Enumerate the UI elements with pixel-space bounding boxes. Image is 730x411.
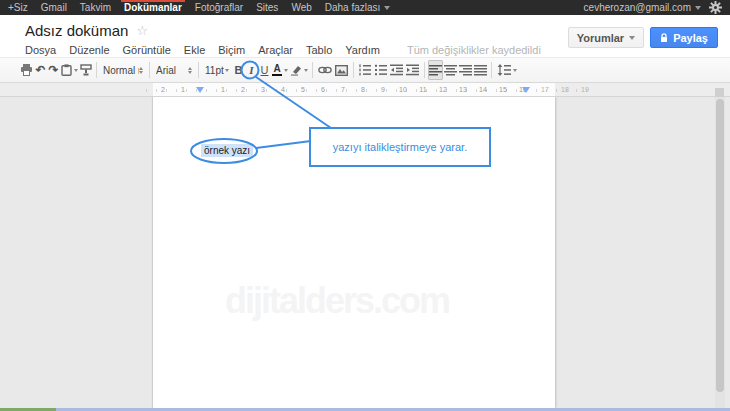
highlighter-icon — [290, 64, 302, 76]
paragraph-style-dropdown[interactable]: Normal m... — [100, 60, 146, 80]
numbered-list-button[interactable] — [357, 60, 373, 80]
align-justify-button[interactable] — [473, 60, 488, 80]
left-indent-marker[interactable] — [196, 87, 204, 93]
font-family-dropdown[interactable]: Arial — [153, 60, 195, 80]
underline-button[interactable]: U — [258, 60, 271, 80]
italic-icon: I — [249, 64, 253, 76]
menu-tablo[interactable]: Tablo — [306, 44, 332, 56]
share-label: Paylaş — [673, 32, 708, 44]
font-size-dropdown[interactable]: 11pt — [202, 60, 232, 80]
align-center-button[interactable] — [443, 60, 458, 80]
comments-label: Yorumlar — [577, 32, 624, 44]
line-spacing-button[interactable] — [495, 60, 519, 80]
topbar-item-takvim[interactable]: Takvim — [80, 0, 111, 15]
menu-duzenle[interactable]: Düzenle — [69, 44, 109, 56]
google-docs-window: +Siz Gmail Takvim Dokümanlar Fotoğraflar… — [0, 0, 730, 411]
redo-button[interactable]: ↷ — [47, 60, 60, 80]
menu-yardim[interactable]: Yardım — [345, 44, 380, 56]
paint-format-button[interactable] — [79, 60, 93, 80]
insert-image-button[interactable] — [333, 60, 350, 80]
chevron-down-icon — [225, 69, 229, 72]
ruler-number: 8 — [361, 86, 365, 93]
selected-sample-text[interactable]: örnek yazı — [201, 144, 253, 157]
bulleted-list-icon — [374, 64, 388, 76]
indent-icon — [406, 64, 420, 76]
menu-ekle[interactable]: Ekle — [184, 44, 205, 56]
topbar-item-fotograflar[interactable]: Fotoğraflar — [195, 0, 243, 15]
text-color-icon: A — [272, 64, 282, 76]
settings-gear-button[interactable] — [709, 1, 722, 14]
line-spacing-icon — [497, 64, 511, 76]
ruler-number: 7 — [341, 86, 345, 93]
ruler-number: 12 — [439, 86, 447, 93]
decrease-indent-button[interactable] — [389, 60, 405, 80]
ruler-number: 11 — [419, 86, 426, 93]
bold-button[interactable]: B — [232, 60, 245, 80]
ruler-number: 9 — [381, 86, 385, 93]
comments-button[interactable]: Yorumlar — [568, 27, 644, 48]
right-indent-marker[interactable] — [522, 87, 530, 93]
topbar-item-gmail[interactable]: Gmail — [41, 0, 67, 15]
account-menu[interactable]: cevherozan@gmail.com — [584, 0, 701, 15]
ruler-number: 14 — [479, 86, 487, 93]
increase-indent-button[interactable] — [405, 60, 421, 80]
align-center-icon — [444, 64, 457, 76]
text-color-button[interactable]: A — [271, 60, 289, 80]
lock-icon — [660, 33, 668, 43]
ruler-number: 19 — [581, 86, 589, 93]
style-value: Normal m... — [103, 65, 139, 76]
vertical-scrollbar[interactable] — [715, 97, 725, 408]
editing-toolbar: ↶ ↷ Normal m... Arial 11pt B I U A — [0, 57, 730, 83]
paint-roller-icon — [80, 64, 92, 76]
menu-bicim[interactable]: Biçim — [218, 44, 245, 56]
topbar-item-web[interactable]: Web — [291, 0, 311, 15]
toolbar-separator — [353, 62, 354, 78]
insert-link-button[interactable] — [316, 60, 333, 80]
print-button[interactable] — [19, 60, 34, 80]
align-justify-icon — [474, 64, 487, 76]
font-size-value: 11pt — [205, 65, 224, 76]
toolbar-separator — [149, 62, 150, 78]
star-icon[interactable]: ☆ — [136, 24, 148, 37]
gear-icon — [709, 1, 722, 14]
ruler-number: 10 — [399, 86, 407, 93]
ruler-number: 1 — [181, 86, 185, 93]
topbar-item-dokumanlar[interactable]: Dokümanlar — [124, 0, 182, 15]
redo-icon: ↷ — [48, 64, 58, 76]
topbar-item-daha-fazlasi[interactable]: Daha fazlası — [325, 0, 391, 15]
toolbar-separator — [424, 62, 425, 78]
ruler[interactable]: 2112345678910111213141516171819 — [0, 83, 730, 97]
ruler-number: 2 — [161, 86, 165, 93]
chevron-down-icon — [695, 6, 701, 10]
scrollbar-thumb[interactable] — [716, 99, 724, 392]
paste-button[interactable] — [60, 60, 79, 80]
outdent-icon — [390, 64, 404, 76]
document-title[interactable]: Adsız doküman — [25, 22, 128, 39]
scrollbar-top-button[interactable] — [715, 88, 724, 97]
chevron-down-icon — [284, 69, 288, 72]
bulleted-list-button[interactable] — [373, 60, 389, 80]
align-right-button[interactable] — [458, 60, 473, 80]
ruler-number: 4 — [281, 86, 285, 93]
ruler-number: 1 — [221, 86, 225, 93]
font-value: Arial — [156, 65, 176, 76]
ruler-number: 15 — [499, 86, 507, 93]
menu-goruntule[interactable]: Görüntüle — [123, 44, 171, 56]
toolbar-separator — [312, 62, 313, 78]
share-button[interactable]: Paylaş — [650, 27, 718, 48]
menu-araclar[interactable]: Araçlar — [258, 44, 293, 56]
printer-icon — [20, 64, 33, 76]
ruler-number: 5 — [301, 86, 305, 93]
undo-button[interactable]: ↶ — [34, 60, 47, 80]
updown-icon — [139, 67, 143, 74]
topbar-item-siz[interactable]: +Siz — [8, 0, 28, 15]
italic-button[interactable]: I — [245, 60, 258, 80]
ruler-number: 13 — [459, 86, 467, 93]
topbar-item-sites[interactable]: Sites — [256, 0, 278, 15]
underline-icon: U — [261, 64, 269, 76]
highlight-color-button[interactable] — [289, 60, 309, 80]
align-left-button[interactable] — [428, 60, 443, 80]
menu-dosya[interactable]: Dosya — [25, 44, 56, 56]
chevron-down-icon — [74, 69, 78, 72]
toolbar-separator — [96, 62, 97, 78]
